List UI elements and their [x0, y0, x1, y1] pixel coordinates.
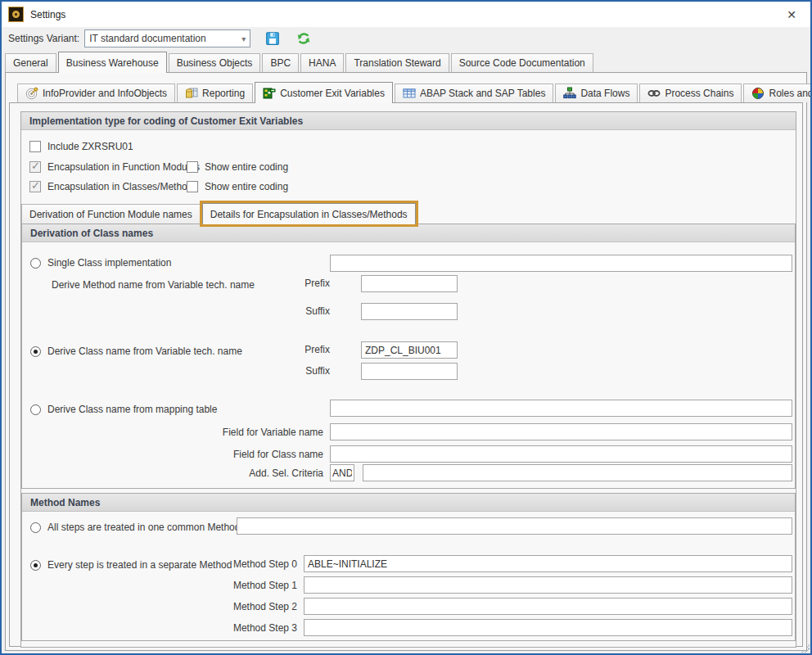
- table-icon: [403, 87, 416, 100]
- main-tab-bar: General Business Warehouse Business Obje…: [2, 52, 810, 72]
- tab-bpc[interactable]: BPC: [262, 53, 299, 72]
- mapping-table-radio[interactable]: [30, 404, 41, 415]
- tab-general[interactable]: General: [5, 53, 56, 72]
- tab-infoprovider-infoobjects[interactable]: InfoProvider and InfoObjects: [17, 84, 175, 102]
- common-method-row: All steps are treated in one common Meth…: [30, 520, 240, 535]
- tab-business-warehouse[interactable]: Business Warehouse: [58, 52, 167, 73]
- chain-icon: [647, 87, 661, 100]
- method-step-0-label: Method Step 0: [215, 558, 297, 570]
- include-zxrsru01-label: Include ZXRSRU01: [47, 141, 133, 152]
- separate-method-radio[interactable]: [30, 560, 41, 571]
- implementation-panel: Implementation type for coding of Custom…: [20, 111, 796, 648]
- method-step-1-label: Method Step 1: [215, 580, 297, 591]
- mapping-table-input[interactable]: [330, 400, 792, 417]
- method-suffix-label: Suffix: [300, 305, 330, 317]
- separate-method-label: Every step is treated in a separate Meth…: [47, 559, 232, 571]
- class-names-box: Derivation of Class names Single Class i…: [21, 224, 796, 489]
- tab-reporting[interactable]: Reporting: [177, 84, 253, 102]
- settings-window: Settings ✕ Settings Variant: IT standard…: [0, 0, 812, 655]
- business-warehouse-panel: InfoProvider and InfoObjects Reporting: [5, 72, 807, 651]
- method-step-2-input[interactable]: [304, 598, 792, 615]
- derive-class-radio[interactable]: [30, 346, 41, 357]
- single-class-input[interactable]: [330, 255, 792, 272]
- derive-method-label: Derive Method name from Variable tech. n…: [52, 279, 255, 291]
- separate-method-row: Every step is treated in a separate Meth…: [30, 558, 232, 572]
- target-icon: [25, 87, 38, 100]
- encapsulation-function-modules-row: Encapsulation in Function Modules: [29, 160, 200, 174]
- class-suffix-input[interactable]: [361, 363, 458, 380]
- method-names-header: Method Names: [22, 494, 795, 512]
- criteria-operator-input[interactable]: [330, 464, 354, 481]
- derive-method-label-row: Derive Method name from Variable tech. n…: [52, 278, 255, 292]
- tab-abap-stack-sap-tables[interactable]: ABAP Stack and SAP Tables: [395, 84, 553, 102]
- chevron-down-icon[interactable]: ▾: [241, 34, 246, 43]
- tab-hana[interactable]: HANA: [300, 53, 344, 72]
- close-icon[interactable]: ✕: [779, 5, 804, 25]
- flow-tree-icon: [563, 87, 576, 100]
- include-zxrsru01-row: Include ZXRSRU01: [29, 139, 133, 154]
- derive-class-row: Derive Class name from Variable tech. na…: [30, 344, 242, 359]
- common-method-input[interactable]: [237, 517, 792, 535]
- field-class-name-input[interactable]: [330, 445, 792, 463]
- show-entire-coding-cm-row: Show entire coding: [187, 179, 288, 194]
- tab-derivation-function-module-names[interactable]: Derivation of Function Module names: [21, 204, 201, 224]
- method-step-3-input[interactable]: [304, 619, 792, 636]
- refresh-icon[interactable]: [295, 29, 313, 47]
- method-names-box: Method Names All steps are treated in on…: [21, 493, 796, 641]
- title-bar: Settings ✕: [2, 2, 810, 27]
- variant-label: Settings Variant:: [8, 33, 79, 44]
- tab-translation-steward[interactable]: Translation Steward: [345, 53, 449, 72]
- pie-circle-icon: [751, 87, 765, 100]
- show-entire-coding-fm-label: Show entire coding: [205, 161, 288, 173]
- method-prefix-input[interactable]: [361, 275, 458, 292]
- encapsulation-function-modules-label: Encapsulation in Function Modules: [47, 161, 200, 173]
- tab-source-code-documentation[interactable]: Source Code Documentation: [451, 53, 593, 72]
- class-prefix-input[interactable]: [361, 341, 458, 359]
- mapping-table-row: Derive Class name from mapping table: [30, 402, 217, 417]
- method-step-1-input[interactable]: [304, 576, 792, 594]
- show-entire-coding-cm-checkbox[interactable]: [187, 181, 198, 192]
- tab-business-objects[interactable]: Business Objects: [169, 53, 261, 72]
- tab-customer-exit-variables[interactable]: Customer Exit Variables: [255, 82, 393, 103]
- field-variable-name-input[interactable]: [330, 423, 792, 440]
- single-class-radio[interactable]: [30, 258, 41, 269]
- app-icon: [8, 7, 24, 22]
- variables-grid-icon: [263, 87, 276, 100]
- window-title: Settings: [30, 9, 65, 20]
- save-floppy-icon[interactable]: [264, 29, 282, 47]
- tab-details-encapsulation-classes-methods[interactable]: Details for Encapsulation in Classes/Met…: [202, 203, 416, 224]
- method-step-2-label: Method Step 2: [215, 601, 297, 612]
- show-entire-coding-fm-row: Show entire coding: [187, 160, 288, 174]
- database-table-icon: [185, 87, 198, 100]
- method-step-0-input[interactable]: [304, 555, 792, 572]
- add-sel-criteria-label: Add. Sel. Criteria: [145, 468, 323, 479]
- criteria-value-input[interactable]: [363, 464, 792, 481]
- show-entire-coding-fm-checkbox[interactable]: [187, 161, 198, 173]
- common-method-radio[interactable]: [30, 522, 41, 533]
- derive-class-label: Derive Class name from Variable tech. na…: [47, 346, 242, 357]
- encapsulation-function-modules-checkbox[interactable]: [29, 161, 41, 173]
- field-variable-name-label: Field for Variable name: [145, 427, 323, 438]
- encapsulation-classes-methods-label: Encapsulation in Classes/Methods: [47, 181, 197, 192]
- variant-value: IT standard documentation: [89, 33, 206, 44]
- method-prefix-label: Prefix: [300, 278, 330, 289]
- tab-data-flows[interactable]: Data Flows: [555, 84, 638, 102]
- detail-tab-bar: Derivation of Function Module names Deta…: [21, 203, 416, 224]
- tab-roles-authorizations[interactable]: Roles and Authorizations: [743, 84, 812, 102]
- tab-process-chains[interactable]: Process Chains: [639, 84, 742, 102]
- class-prefix-label: Prefix: [300, 344, 330, 355]
- class-names-header: Derivation of Class names: [22, 224, 795, 242]
- include-zxrsru01-checkbox[interactable]: [29, 141, 41, 152]
- single-class-label: Single Class implementation: [47, 257, 171, 269]
- field-class-name-label: Field for Class name: [145, 449, 323, 460]
- class-suffix-label: Suffix: [300, 365, 330, 377]
- mapping-table-label: Derive Class name from mapping table: [47, 404, 217, 415]
- variant-combobox[interactable]: IT standard documentation ▾: [84, 29, 250, 47]
- show-entire-coding-cm-label: Show entire coding: [205, 181, 288, 192]
- customer-exit-variables-panel: Implementation type for coding of Custom…: [9, 102, 803, 647]
- encapsulation-classes-methods-checkbox[interactable]: [29, 181, 41, 192]
- variant-toolbar: Settings Variant: IT standard documentat…: [2, 27, 810, 50]
- method-suffix-input[interactable]: [361, 303, 458, 320]
- implementation-section-header: Implementation type for coding of Custom…: [21, 112, 796, 130]
- single-class-row: Single Class implementation: [30, 255, 171, 270]
